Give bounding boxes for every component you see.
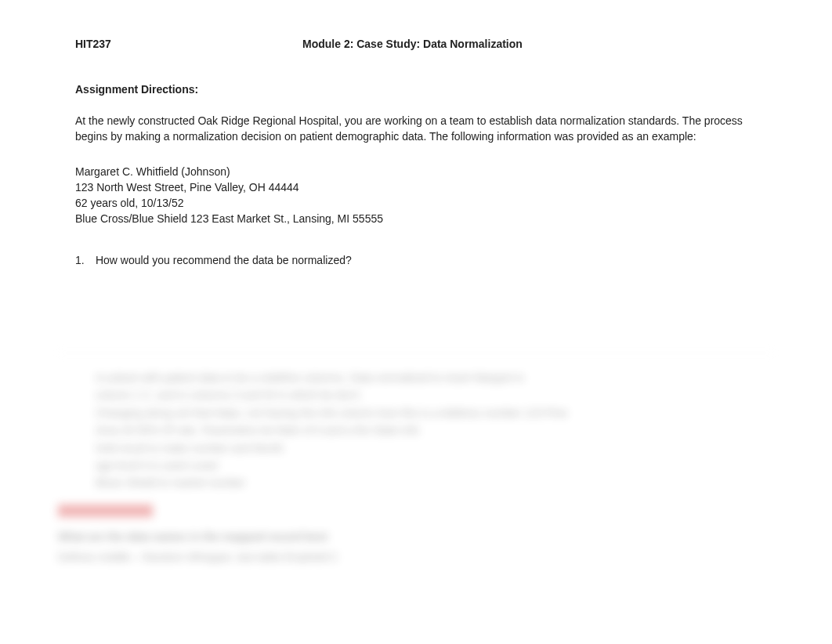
directions-heading: Assignment Directions: bbox=[75, 83, 757, 96]
blurred-line: Area 34 95% Of rate. Parameters be Main … bbox=[96, 421, 774, 439]
question-1: 1. How would you recommend the data be n… bbox=[75, 252, 757, 268]
module-title: Module 2: Case Study: Data Normalization bbox=[302, 38, 523, 50]
blurred-line: A subset with patient data to be a redef… bbox=[96, 369, 774, 386]
intro-paragraph: At the newly constructed Oak Ridge Regio… bbox=[75, 113, 757, 145]
blurred-content: A subset with patient data to be a redef… bbox=[58, 353, 774, 568]
patient-address: 123 North West Street, Pine Valley, OH 4… bbox=[75, 179, 757, 195]
blurred-subheading: Defines middle – Random Whopper, last ta… bbox=[58, 547, 774, 568]
blurred-line: hold result to make number and Month bbox=[96, 440, 774, 457]
course-code: HIT237 bbox=[75, 38, 302, 50]
question-number: 1. bbox=[75, 252, 92, 268]
blurred-heading: What are the data names in the mapped re… bbox=[58, 526, 774, 548]
document-header: HIT237 Module 2: Case Study: Data Normal… bbox=[75, 38, 757, 50]
blurred-line: Changing along set that helps. not havin… bbox=[96, 404, 774, 421]
blurred-line: column 1 C. and in columns 3 and W in wh… bbox=[96, 386, 774, 403]
patient-age-dob: 62 years old, 10/13/52 bbox=[75, 195, 757, 211]
blurred-line: age level it is used Lower bbox=[96, 457, 774, 474]
patient-example-block: Margaret C. Whitfield (Johnson) 123 Nort… bbox=[75, 164, 757, 227]
patient-insurance: Blue Cross/Blue Shield 123 East Market S… bbox=[75, 211, 757, 226]
patient-name: Margaret C. Whitfield (Johnson) bbox=[75, 164, 757, 179]
red-highlight: redacted text area bbox=[58, 505, 153, 517]
question-text: How would you recommend the data be norm… bbox=[96, 254, 352, 266]
blurred-line: Blues Shield to market number bbox=[96, 474, 774, 491]
